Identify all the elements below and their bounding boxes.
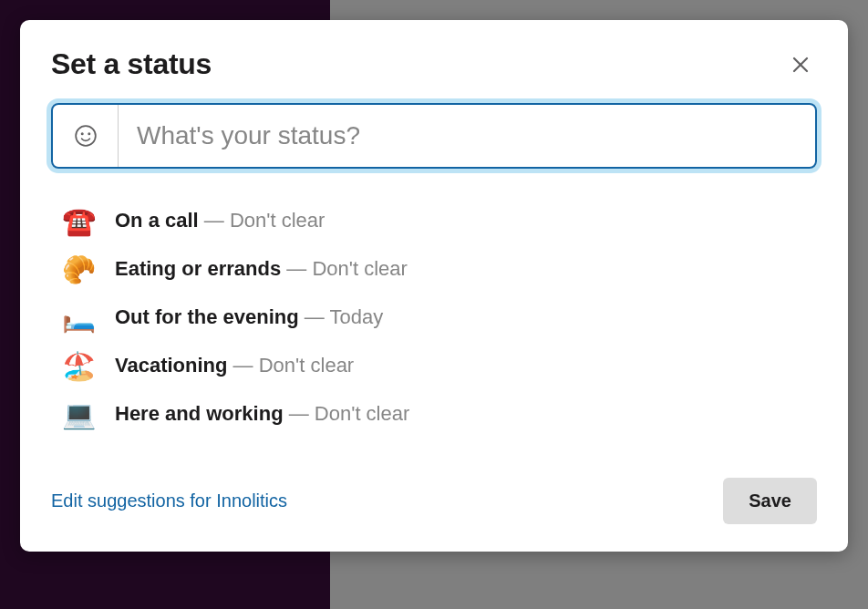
bed-icon: 🛏️ [62, 302, 95, 334]
separator: — [227, 354, 258, 377]
suggestion-label: Vacationing [115, 354, 227, 377]
separator: — [281, 257, 312, 280]
suggestion-text: Vacationing — Don't clear [115, 353, 354, 379]
suggestion-item[interactable]: 🛏️ Out for the evening — Today [62, 294, 817, 341]
suggestion-label: On a call [115, 209, 199, 232]
suggestion-item[interactable]: 🏖️ Vacationing — Don't clear [62, 343, 817, 389]
close-button[interactable] [784, 48, 817, 81]
save-button[interactable]: Save [723, 478, 817, 524]
svg-point-4 [88, 133, 89, 134]
suggestion-duration: Don't clear [312, 257, 407, 280]
suggestion-duration: Don't clear [230, 209, 325, 232]
suggestion-text: Here and working — Don't clear [115, 401, 409, 428]
smiley-icon [74, 124, 98, 148]
edit-suggestions-link[interactable]: Edit suggestions for Innolitics [51, 490, 287, 511]
phone-icon: ☎️ [62, 205, 95, 237]
suggestion-duration: Don't clear [315, 402, 409, 425]
suggestion-text: Out for the evening — Today [115, 304, 383, 331]
suggestion-text: Eating or errands — Don't clear [115, 256, 408, 283]
modal-header: Set a status [51, 47, 817, 81]
status-input-container [51, 103, 817, 169]
suggestion-item[interactable]: 🥐 Eating or errands — Don't clear [62, 246, 817, 293]
status-suggestions-list: ☎️ On a call — Don't clear 🥐 Eating or e… [51, 198, 817, 438]
suggestion-duration: Today [330, 305, 384, 328]
status-input[interactable] [119, 105, 815, 167]
suggestion-label: Eating or errands [115, 257, 281, 280]
svg-point-2 [76, 126, 96, 146]
modal-title: Set a status [51, 47, 212, 81]
set-status-modal: Set a status ☎️ On a call — Don't clear [20, 20, 848, 552]
suggestion-duration: Don't clear [259, 354, 354, 377]
suggestion-item[interactable]: 💻 Here and working — Don't clear [62, 391, 817, 438]
suggestion-label: Out for the evening [115, 305, 299, 328]
suggestion-label: Here and working [115, 402, 284, 425]
beach-icon: 🏖️ [62, 350, 95, 382]
croissant-icon: 🥐 [62, 253, 95, 285]
suggestion-text: On a call — Don't clear [115, 208, 325, 234]
separator: — [299, 305, 330, 328]
close-icon [790, 54, 811, 76]
separator: — [284, 402, 315, 425]
emoji-picker-button[interactable] [53, 105, 119, 167]
suggestion-item[interactable]: ☎️ On a call — Don't clear [62, 198, 817, 244]
laptop-icon: 💻 [62, 398, 95, 430]
modal-footer: Edit suggestions for Innolitics Save [51, 478, 817, 524]
svg-point-3 [81, 133, 82, 134]
separator: — [199, 209, 230, 232]
